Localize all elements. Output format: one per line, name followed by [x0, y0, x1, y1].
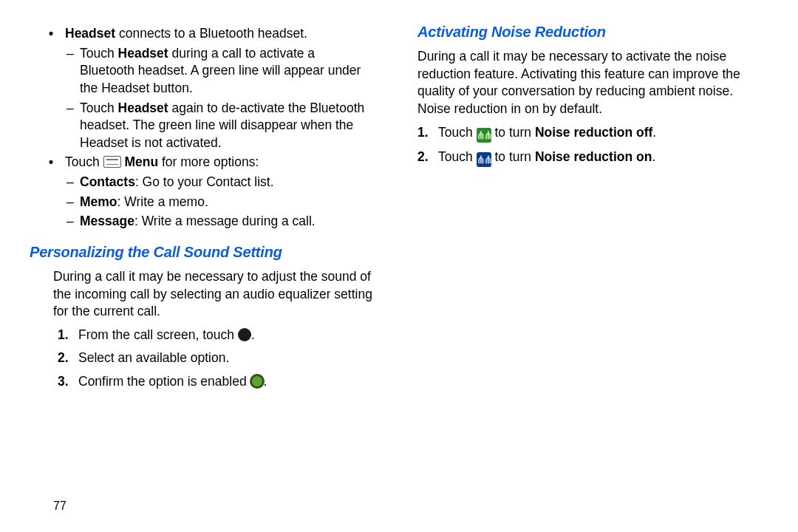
- t: Select an available option.: [78, 350, 229, 365]
- enabled-circle-icon: [250, 375, 264, 388]
- headset-activate: Touch Headset during a call to activate …: [80, 45, 376, 98]
- heading-noise-reduction: Activating Noise Reduction: [417, 22, 768, 42]
- t: Message: [80, 214, 134, 228]
- noise-reduction-steps: Touch ⋔⋔ to turn Noise reduction off. To…: [438, 124, 768, 167]
- t: Headset: [118, 100, 168, 115]
- t: .: [652, 149, 655, 164]
- t: to turn: [491, 125, 535, 140]
- t: Noise reduction off: [535, 125, 652, 140]
- headset-deactivate: Touch Headset again to de-activate the B…: [80, 100, 376, 152]
- t: Contacts: [80, 174, 135, 189]
- nr-step-2: Touch ⋔⋔ to turn Noise reduction on.: [438, 149, 768, 167]
- step-2: Select an available option.: [78, 349, 381, 367]
- bullet-headset-text: connects to a Bluetooth headset.: [115, 26, 307, 41]
- t: Touch: [80, 46, 118, 61]
- nr-step-1: Touch ⋔⋔ to turn Noise reduction off.: [438, 124, 768, 143]
- t: to turn: [491, 149, 535, 164]
- noise-on-icon: ⋔⋔: [477, 152, 491, 167]
- bullet-headset-lead: Headset: [65, 26, 115, 41]
- bullet-menu: Touch Menu for more options: Contacts: G…: [65, 154, 381, 231]
- t: Confirm the option is enabled: [78, 374, 250, 389]
- heading-personalizing: Personalizing the Call Sound Setting: [30, 242, 381, 262]
- menu-icon: [103, 156, 121, 168]
- t: Touch: [65, 154, 103, 169]
- manual-page: Headset connects to a Bluetooth headset.…: [0, 0, 798, 532]
- t: Touch: [438, 125, 477, 140]
- left-column: Headset connects to a Bluetooth headset.…: [30, 22, 399, 532]
- t: Touch: [438, 149, 477, 164]
- t: : Write a message during a call.: [134, 214, 316, 228]
- t: Headset: [118, 46, 168, 61]
- t: Memo: [80, 194, 117, 209]
- bullet-headset: Headset connects to a Bluetooth headset.…: [65, 25, 381, 151]
- t: .: [264, 374, 267, 389]
- step-1: From the call screen, touch .: [78, 327, 381, 344]
- t: Menu: [121, 154, 159, 169]
- step-3: Confirm the option is enabled .: [78, 373, 381, 391]
- t: : Go to your Contact list.: [135, 174, 274, 189]
- t: From the call screen, touch: [78, 327, 238, 342]
- personalizing-steps: From the call screen, touch . Select an …: [78, 327, 381, 391]
- t: .: [652, 125, 656, 140]
- t: for more options:: [158, 154, 259, 169]
- noise-off-icon: ⋔⋔: [477, 128, 491, 143]
- right-column: Activating Noise Reduction During a call…: [399, 22, 768, 532]
- menu-message: Message: Write a message during a call.: [80, 213, 376, 231]
- t: .: [251, 327, 255, 342]
- headset-sublist: Touch Headset during a call to activate …: [80, 45, 376, 152]
- t: Noise reduction on: [535, 149, 652, 164]
- personalizing-para: During a call it may be necessary to adj…: [53, 268, 381, 321]
- t: Touch: [80, 100, 118, 115]
- menu-sublist: Contacts: Go to your Contact list. Memo:…: [80, 174, 376, 231]
- menu-contacts: Contacts: Go to your Contact list.: [80, 174, 376, 191]
- noise-reduction-para: During a call it may be necessary to act…: [417, 48, 768, 118]
- equalizer-circle-icon: [238, 328, 251, 341]
- page-number: 77: [53, 498, 66, 514]
- feature-bullets: Headset connects to a Bluetooth headset.…: [65, 25, 381, 231]
- menu-memo: Memo: Write a memo.: [80, 194, 376, 211]
- t: : Write a memo.: [117, 194, 208, 209]
